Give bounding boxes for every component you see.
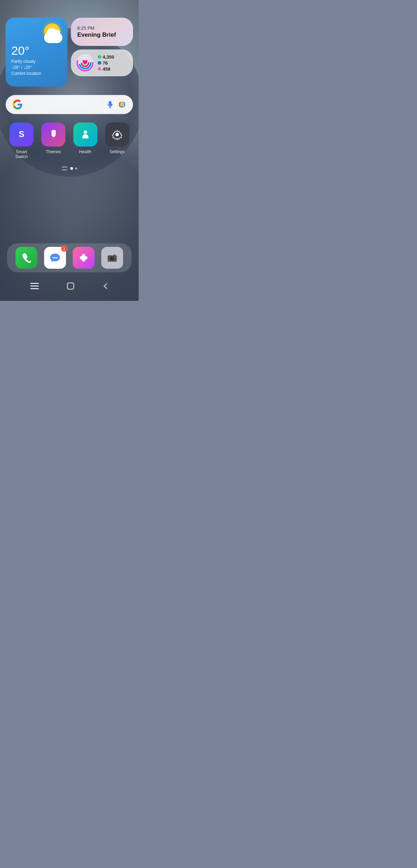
- bixby-icon: [77, 251, 90, 264]
- svg-rect-34: [114, 254, 115, 256]
- settings-app-icon: [105, 123, 129, 147]
- svg-rect-38: [30, 288, 39, 289]
- steps-dot: [98, 55, 101, 59]
- right-widgets: 8:25 PM Evening Brief: [71, 18, 133, 87]
- evening-brief-title: Evening Brief: [77, 31, 116, 38]
- weather-description: Partly cloudy ↑26° / ↓20° Current locati…: [11, 59, 62, 76]
- home-button[interactable]: [65, 280, 77, 294]
- settings-label: Settings: [109, 149, 125, 154]
- smart-switch-icon: S: [10, 123, 34, 147]
- evening-brief-widget[interactable]: 8:25 PM Evening Brief: [71, 18, 133, 46]
- themes-label: Themes: [46, 149, 61, 154]
- app-item-settings[interactable]: Settings: [103, 123, 132, 160]
- health-calories: 458: [98, 66, 114, 72]
- page-dot-active: [70, 167, 73, 170]
- google-logo-icon: [13, 100, 23, 109]
- svg-point-20: [115, 133, 119, 136]
- page-indicator-grid: [62, 167, 67, 170]
- app-item-themes[interactable]: Themes: [39, 123, 68, 160]
- health-widget[interactable]: 4,350 76 458: [71, 49, 133, 76]
- messages-icon: [49, 251, 61, 264]
- dock-phone[interactable]: [16, 247, 37, 269]
- svg-rect-37: [30, 286, 39, 287]
- camera-icon: [106, 252, 118, 264]
- dock: 1: [7, 243, 132, 272]
- google-search-bar[interactable]: [6, 95, 133, 114]
- calories-dot: [98, 67, 101, 71]
- svg-text:S: S: [19, 129, 24, 139]
- weather-widget[interactable]: 20° Partly cloudy ↑26° / ↓20° Current lo…: [6, 18, 67, 87]
- svg-point-22: [54, 257, 56, 258]
- svg-point-33: [113, 257, 113, 258]
- navigation-bar: [6, 276, 133, 301]
- recent-apps-button[interactable]: [28, 281, 41, 293]
- back-button[interactable]: [100, 280, 111, 294]
- health-label: Health: [79, 149, 91, 154]
- page-indicators: [6, 167, 133, 170]
- page-dot-inactive: [75, 167, 77, 170]
- phone-icon: [20, 252, 32, 264]
- smart-switch-label: SmartSwitch: [15, 149, 28, 160]
- app-item-smart-switch[interactable]: S SmartSwitch: [7, 123, 36, 160]
- microphone-icon[interactable]: [106, 101, 114, 108]
- svg-point-21: [53, 257, 54, 258]
- svg-point-19: [84, 130, 87, 134]
- dock-camera[interactable]: [101, 247, 123, 269]
- svg-rect-18: [53, 135, 55, 137]
- health-app-icon: [73, 123, 97, 147]
- dock-bixby[interactable]: [73, 247, 95, 269]
- health-steps: 4,350: [98, 54, 114, 60]
- app-item-health[interactable]: Health: [71, 123, 100, 160]
- svg-point-35: [108, 256, 109, 257]
- health-stats: 4,350 76 458: [98, 54, 114, 72]
- widgets-row: 20° Partly cloudy ↑26° / ↓20° Current lo…: [6, 18, 133, 87]
- svg-point-28: [82, 256, 85, 260]
- weather-temperature: 20°: [11, 44, 62, 57]
- svg-rect-39: [67, 283, 74, 289]
- heart-rate-dot: [98, 61, 101, 65]
- dock-messages[interactable]: 1: [44, 247, 66, 269]
- app-grid: S SmartSwitch Themes: [6, 123, 133, 160]
- weather-icon: [38, 23, 62, 44]
- svg-rect-36: [30, 283, 39, 284]
- svg-point-10: [121, 104, 123, 105]
- google-lens-icon[interactable]: [118, 101, 126, 108]
- evening-brief-time: 8:25 PM: [77, 25, 94, 31]
- health-rings-icon: [76, 54, 94, 72]
- health-heart-rate: 76: [98, 60, 114, 66]
- themes-icon: [41, 123, 65, 147]
- svg-point-23: [56, 257, 58, 258]
- search-action-icons: [106, 101, 126, 108]
- messages-badge: 1: [61, 245, 67, 252]
